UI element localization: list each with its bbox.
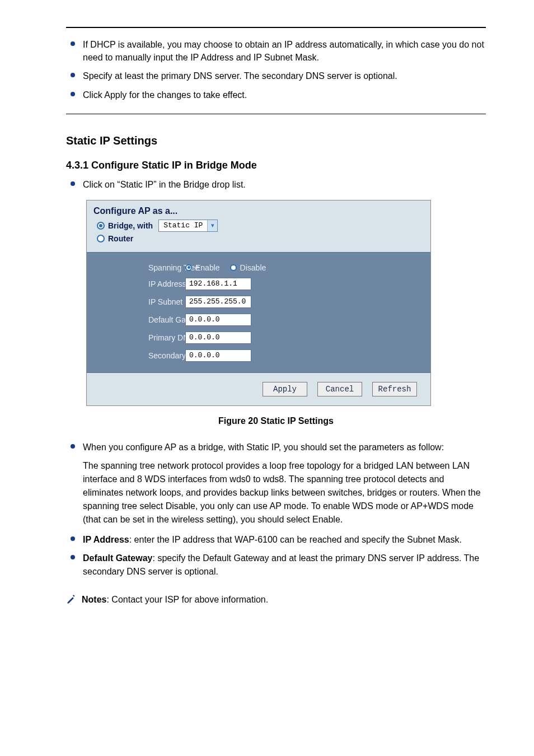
list-item: Click Apply for the changes to take effe… xyxy=(68,88,486,101)
subnet-label: IP Subnet Mask xyxy=(87,297,176,306)
ip-address-lead: IP Address xyxy=(83,535,129,544)
gateway-label: Default Gateway xyxy=(87,315,176,324)
disable-label: Disable xyxy=(240,263,266,272)
router-radio[interactable] xyxy=(97,235,105,242)
bridge-radio-row: Bridge, with Static IP ▾ xyxy=(93,220,424,232)
after-figure-list: When you configure AP as a bridge, with … xyxy=(66,441,486,578)
ip-address-label: IP Address xyxy=(87,279,176,288)
intro-bullet-list: If DHCP is available, you may choose to … xyxy=(66,38,486,101)
step-bullet-list: Click on “Static IP” in the Bridge drop … xyxy=(66,178,486,191)
secondary-dns-label: Secondary DNS Server xyxy=(87,351,176,360)
secondary-dns-input[interactable] xyxy=(185,349,251,362)
subnet-input[interactable] xyxy=(185,296,251,308)
apply-button[interactable]: Apply xyxy=(263,382,307,396)
bridge-radio[interactable] xyxy=(97,222,105,230)
list-item: IP Address: enter the IP address that WA… xyxy=(68,533,486,546)
list-item: When you configure AP as a bridge, with … xyxy=(68,441,486,526)
list-item: Click on “Static IP” in the Bridge drop … xyxy=(68,178,486,191)
gateway-lead: Default Gateway xyxy=(83,553,152,563)
enable-label: Enable xyxy=(195,263,220,272)
section-heading: Static IP Settings xyxy=(66,134,486,147)
top-rule xyxy=(66,27,486,28)
primary-dns-label: Primary DNS Server xyxy=(87,333,176,342)
field-rows: Spanning Tree Enable Disable IP Address … xyxy=(87,252,430,373)
spanning-tree-row: Spanning Tree Enable Disable xyxy=(87,260,430,275)
subnet-row: IP Subnet Mask xyxy=(87,293,430,311)
list-item: Default Gateway: specify the Default Gat… xyxy=(68,552,486,577)
list-item-text: When you configure AP as a bridge, with … xyxy=(83,442,444,452)
list-item-text: If DHCP is available, you may choose to … xyxy=(83,40,484,62)
list-item: If DHCP is available, you may choose to … xyxy=(68,38,486,64)
router-radio-row: Router xyxy=(93,234,424,243)
ip-address-input[interactable] xyxy=(185,278,251,290)
note-body: Contact your ISP for above information. xyxy=(111,595,268,604)
enable-radio[interactable] xyxy=(185,264,192,271)
pencil-icon xyxy=(66,595,76,605)
list-item: Specify at least the primary DNS server.… xyxy=(68,69,486,82)
cancel-button[interactable]: Cancel xyxy=(317,382,362,396)
select-value: Static IP xyxy=(159,221,207,230)
button-bar: Apply Cancel Refresh xyxy=(87,373,430,405)
disable-radio[interactable] xyxy=(230,264,237,271)
spanning-tree-label: Spanning Tree xyxy=(87,263,176,272)
note-lead: Notes xyxy=(82,595,106,604)
config-top: Configure AP as a... Bridge, with Static… xyxy=(87,200,430,252)
spanning-tree-radios: Enable Disable xyxy=(185,263,266,272)
divider xyxy=(66,114,486,114)
list-item-text: Specify at least the primary DNS server.… xyxy=(83,71,397,81)
configure-title: Configure AP as a... xyxy=(93,206,424,216)
refresh-button[interactable]: Refresh xyxy=(372,382,417,396)
gateway-row: Default Gateway xyxy=(87,311,430,329)
secondary-dns-row: Secondary DNS Server xyxy=(87,347,430,365)
section-subheading: 4.3.1 Configure Static IP in Bridge Mode xyxy=(66,160,486,171)
bridge-radio-label: Bridge, with xyxy=(108,221,153,230)
spanning-tree-desc: The spanning tree network protocol provi… xyxy=(83,459,486,526)
list-item-text: Click on “Static IP” in the Bridge drop … xyxy=(83,180,246,189)
ip-address-desc: enter the IP address that WAP-6100 can b… xyxy=(134,535,462,544)
primary-dns-row: Primary DNS Server xyxy=(87,329,430,347)
config-panel-figure: Configure AP as a... Bridge, with Static… xyxy=(86,200,431,406)
chevron-down-icon: ▾ xyxy=(207,220,217,231)
router-radio-label: Router xyxy=(108,234,133,243)
list-item-text: Click Apply for the changes to take effe… xyxy=(83,90,247,100)
note-text: Notes: Contact your ISP for above inform… xyxy=(82,595,268,605)
figure-caption: Figure 20 Static IP Settings xyxy=(66,416,486,426)
bridge-mode-select[interactable]: Static IP ▾ xyxy=(158,220,218,232)
primary-dns-input[interactable] xyxy=(185,332,251,344)
ip-address-row: IP Address xyxy=(87,275,430,293)
note-row: Notes: Contact your ISP for above inform… xyxy=(66,595,486,605)
gateway-input[interactable] xyxy=(185,314,251,326)
